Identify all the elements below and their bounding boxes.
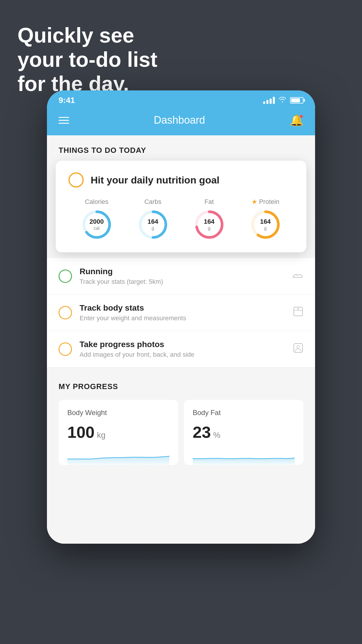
body-fat-value: 23 [193,423,211,442]
body-weight-title: Body Weight [67,409,169,417]
phone: 9:41 [47,90,315,544]
body-stats-check-circle [59,306,72,319]
macro-protein: ★ Protein 164 g [249,198,282,241]
body-stats-text: Track body stats Enter your weight and m… [80,303,285,322]
running-title: Running [80,267,285,276]
calories-label: Calories [85,198,108,206]
protein-star-icon: ★ [252,198,257,206]
nutrition-macros: Calories 2000 cal [68,198,294,241]
body-stats-title: Track body stats [80,303,285,313]
calories-donut: 2000 cal [81,209,113,241]
hamburger-menu[interactable] [59,117,69,124]
svg-point-12 [297,345,300,348]
fat-unit: g [204,226,215,231]
protein-label: Protein [259,198,280,206]
status-bar: 9:41 [47,90,315,108]
todo-item-running[interactable]: Running Track your stats (target: 5km) [47,258,315,295]
headline-line2: your to-do list [17,48,157,72]
photos-subtitle: Add images of your front, back, and side [80,351,285,358]
signal-icon [263,97,275,104]
running-subtitle: Track your stats (target: 5km) [80,278,285,286]
carbs-donut: 164 g [137,209,169,241]
notification-dot [299,114,303,118]
app-header: Dashboard 🔔 [47,108,315,135]
calories-value: 2000 [89,218,104,225]
battery-icon [290,97,303,104]
protein-label-container: ★ Protein [252,198,280,206]
photos-check-circle [59,342,72,356]
macro-calories: Calories 2000 cal [81,198,113,241]
fat-label: Fat [205,198,214,206]
shoe-icon [292,270,303,282]
photos-title: Take progress photos [80,340,285,349]
fat-value: 164 [204,218,215,225]
body-weight-card[interactable]: Body Weight 100 kg [59,400,178,465]
nutrition-title: Hit your daily nutrition goal [91,174,219,186]
macro-carbs: Carbs 164 g [137,198,169,241]
svg-point-10 [298,308,299,309]
todo-item-body-stats[interactable]: Track body stats Enter your weight and m… [47,295,315,331]
progress-section-title: MY PROGRESS [59,382,303,391]
nutrition-check-circle [68,172,84,188]
calories-unit: cal [89,226,104,231]
carbs-label: Carbs [144,198,161,206]
macro-fat: Fat 164 g [193,198,225,241]
headline: Quickly see your to-do list for the day. [17,23,157,96]
protein-donut: 164 g [249,209,282,241]
status-time: 9:41 [59,96,75,105]
carbs-unit: g [147,226,158,231]
running-check-circle [59,270,72,283]
running-text: Running Track your stats (target: 5km) [80,267,285,286]
app-content: THINGS TO DO TODAY Hit your daily nutrit… [47,135,315,544]
body-fat-title: Body Fat [193,409,295,417]
header-title: Dashboard [154,114,205,126]
phone-wrapper: 9:41 [47,90,315,544]
scale-icon [293,306,303,319]
carbs-value: 164 [147,218,158,225]
body-fat-chart [193,447,295,465]
svg-rect-8 [294,307,303,316]
todo-item-photos[interactable]: Take progress photos Add images of your … [47,331,315,368]
portrait-icon [293,343,303,356]
body-fat-unit: % [213,430,220,440]
fat-donut: 164 g [193,209,225,241]
photos-text: Take progress photos Add images of your … [80,340,285,358]
body-stats-subtitle: Enter your weight and measurements [80,314,285,322]
body-fat-card[interactable]: Body Fat 23 % [184,400,303,465]
body-weight-value-container: 100 kg [67,423,169,442]
things-to-do-section: THINGS TO DO TODAY [47,135,315,161]
notification-bell[interactable]: 🔔 [290,114,303,127]
protein-unit: g [260,226,271,231]
body-fat-value-container: 23 % [193,423,295,442]
status-icons [263,96,303,104]
todo-list: Running Track your stats (target: 5km) [47,258,315,368]
things-to-do-title: THINGS TO DO TODAY [59,146,146,155]
wifi-icon [278,96,287,104]
body-weight-unit: kg [97,430,106,440]
progress-section: MY PROGRESS Body Weight 100 kg [47,368,315,477]
protein-value: 164 [260,218,271,225]
nutrition-card[interactable]: Hit your daily nutrition goal Calories [56,161,306,252]
headline-line1: Quickly see [17,23,157,48]
body-weight-value: 100 [67,423,94,442]
body-weight-chart [67,447,169,465]
progress-cards: Body Weight 100 kg [59,400,303,465]
nutrition-card-header: Hit your daily nutrition goal [68,172,294,188]
